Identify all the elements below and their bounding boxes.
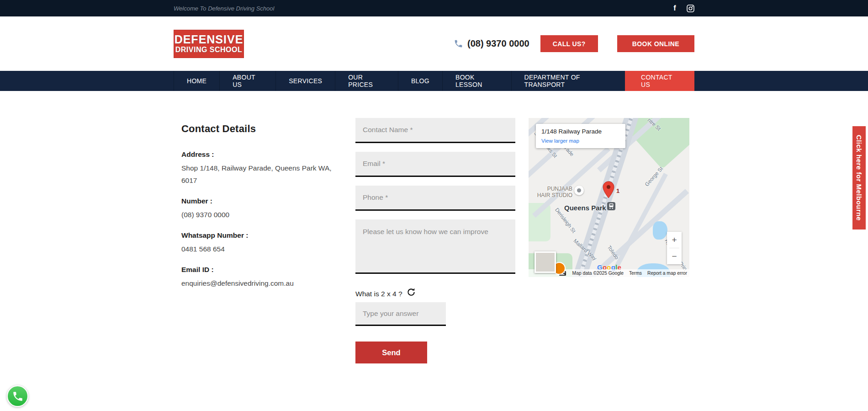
address-group: Address : Shop 1/148, Railway Parade, Qu… bbox=[181, 150, 339, 187]
captcha-answer-input[interactable] bbox=[355, 302, 446, 326]
zoom-in-button[interactable]: + bbox=[667, 232, 682, 248]
whatsapp-button[interactable] bbox=[7, 385, 28, 407]
satellite-thumbnail[interactable] bbox=[535, 251, 556, 273]
melbourne-tab[interactable]: Click here for Melbourne bbox=[852, 126, 866, 230]
contact-details: Contact Details Address : Shop 1/148, Ra… bbox=[181, 123, 339, 300]
google-map[interactable]: ntre St Sevenoaks St Parade George St De… bbox=[529, 118, 689, 277]
main-content: Contact Details Address : Shop 1/148, Ra… bbox=[0, 91, 868, 411]
topbar: Welcome To Defensive Driving School f bbox=[0, 0, 868, 16]
message-textarea[interactable] bbox=[355, 219, 515, 274]
email-input[interactable] bbox=[355, 152, 515, 177]
whatsapp-value: 0481 568 654 bbox=[181, 243, 339, 255]
map-marker-icon[interactable] bbox=[603, 181, 614, 198]
welcome-text: Welcome To Defensive Driving School bbox=[174, 5, 274, 12]
phone-input[interactable] bbox=[355, 186, 515, 211]
contact-details-heading: Contact Details bbox=[181, 123, 339, 135]
nav-item-department-of-transport[interactable]: DEPARTMENT OF TRANSPORT bbox=[511, 71, 625, 91]
logo-line2: DRIVING SCHOOL bbox=[175, 45, 243, 54]
instagram-icon bbox=[687, 5, 694, 12]
call-us-button[interactable]: CALL US? bbox=[540, 35, 598, 52]
header-phone-number: (08) 9370 0000 bbox=[467, 38, 529, 49]
logo-line1: DEFENSIVE bbox=[175, 33, 243, 45]
nav-item-blog[interactable]: BLOG bbox=[398, 71, 442, 91]
facebook-icon: f bbox=[673, 5, 676, 12]
nav-item-our-prices[interactable]: OUR PRICES bbox=[335, 71, 398, 91]
whatsapp-label: Whatsapp Number : bbox=[181, 231, 339, 240]
book-online-button[interactable]: BOOK ONLINE bbox=[617, 35, 694, 52]
number-label: Number : bbox=[181, 197, 339, 205]
email-label: Email ID : bbox=[181, 266, 339, 274]
captcha-refresh-icon[interactable] bbox=[406, 287, 416, 297]
navbar: HOME ABOUT US SERVICES OUR PRICES BLOG B… bbox=[0, 71, 868, 91]
poi-punjaab-label: PUNJAAB HAIR STUDIO bbox=[530, 186, 572, 198]
zoom-out-button[interactable]: − bbox=[667, 248, 682, 264]
whatsapp-icon bbox=[12, 390, 24, 402]
address-label: Address : bbox=[181, 150, 339, 159]
map-water bbox=[653, 221, 667, 240]
report-map-error-link[interactable]: Report a map error bbox=[647, 271, 687, 276]
station-label: Queens Park bbox=[564, 204, 606, 212]
address-value: Shop 1/148, Railway Parade, Queens Park … bbox=[181, 162, 339, 187]
facebook-link[interactable]: f bbox=[671, 4, 679, 12]
header: DEFENSIVE DRIVING SCHOOL (08) 9370 0000 … bbox=[0, 16, 868, 71]
page: Welcome To Defensive Driving School f DE… bbox=[0, 0, 868, 411]
info-window-title: 1/148 Railway Parade bbox=[541, 128, 620, 135]
number-value: (08) 9370 0000 bbox=[181, 208, 339, 221]
send-button[interactable]: Send bbox=[355, 342, 427, 363]
instagram-link[interactable] bbox=[686, 4, 694, 12]
captcha-question: What is 2 x 4 ? bbox=[355, 290, 402, 298]
contact-name-input[interactable] bbox=[355, 118, 515, 143]
contact-form: What is 2 x 4 ? Send bbox=[355, 118, 515, 363]
social-links: f bbox=[671, 4, 694, 12]
nav-item-book-lesson[interactable]: BOOK LESSON bbox=[442, 71, 511, 91]
nav-item-home[interactable]: HOME bbox=[174, 71, 219, 91]
email-value: enquiries@defensivedriving.com.au bbox=[181, 277, 339, 289]
map-zoom-control: + − bbox=[667, 232, 682, 264]
terms-link[interactable]: Terms bbox=[629, 271, 642, 276]
melbourne-tab-label: Click here for Melbourne bbox=[855, 135, 863, 221]
logo[interactable]: DEFENSIVE DRIVING SCHOOL bbox=[174, 30, 244, 58]
phone-icon bbox=[454, 39, 463, 48]
train-station-icon[interactable] bbox=[607, 202, 615, 210]
nav-item-contact-us[interactable]: CONTACT US bbox=[625, 71, 694, 91]
number-group: Number : (08) 9370 0000 bbox=[181, 197, 339, 221]
map-info-window: 1/148 Railway Parade View larger map bbox=[536, 124, 625, 148]
view-larger-map-link[interactable]: View larger map bbox=[541, 138, 579, 144]
captcha-row: What is 2 x 4 ? bbox=[355, 289, 515, 299]
email-group: Email ID : enquiries@defensivedriving.co… bbox=[181, 266, 339, 289]
whatsapp-group: Whatsapp Number : 0481 568 654 bbox=[181, 231, 339, 255]
nav-item-services[interactable]: SERVICES bbox=[275, 71, 335, 91]
poi-circle-icon[interactable] bbox=[574, 186, 584, 195]
header-phone[interactable]: (08) 9370 0000 bbox=[454, 38, 529, 49]
nav-item-about-us[interactable]: ABOUT US bbox=[219, 71, 275, 91]
marker-number: 1 bbox=[616, 187, 619, 194]
map-data-text: Map data ©2025 Google bbox=[572, 271, 624, 276]
